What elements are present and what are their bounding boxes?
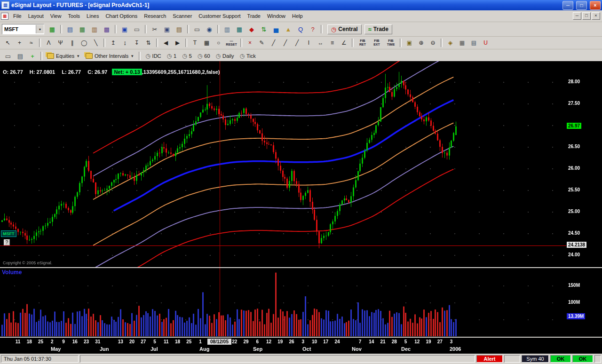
child-close-button[interactable]: × [592, 12, 600, 20]
axis-splitter[interactable] [0, 337, 602, 338]
time-and-sales-icon[interactable]: ▥ [89, 24, 100, 34]
grid-toggle-icon[interactable]: ▦ [201, 38, 212, 48]
group-other-intervals[interactable]: Other Intervals▼ [83, 52, 137, 60]
step-forward-icon[interactable]: ▶ [172, 38, 183, 48]
menu-file[interactable]: File [10, 12, 25, 20]
layout-book-tool-icon[interactable]: ▤ [468, 38, 479, 48]
print-preview-icon[interactable]: ▭ [2, 51, 14, 61]
news-help-icon[interactable]: ? [307, 24, 318, 34]
pitchfork-tool-icon[interactable]: Ψ [55, 38, 66, 48]
pencil-tool-icon[interactable]: ✎ [256, 38, 267, 48]
menu-trade[interactable]: Trade [244, 12, 264, 20]
interval-tick[interactable]: ◷Tick [237, 52, 258, 60]
compress-tool-icon[interactable]: ⇅ [143, 38, 154, 48]
center-range-tool-icon[interactable]: ↨ [119, 38, 130, 48]
menu-tools[interactable]: Tools [64, 12, 83, 20]
add-symbol-icon[interactable]: + [27, 51, 38, 61]
expand-up-tool-icon[interactable]: ↥ [108, 38, 119, 48]
symbol-go-button[interactable]: ▦ [47, 24, 58, 34]
underline-tool-icon[interactable]: U [480, 38, 491, 48]
copy-icon[interactable]: ▣ [161, 24, 173, 34]
interval-daily[interactable]: ◷Daily [213, 52, 237, 60]
alert-indicator[interactable]: Alert [476, 355, 503, 363]
mosaic-tool-icon[interactable]: ▦ [457, 38, 467, 48]
line-medium-tool-icon[interactable]: ╱ [280, 38, 291, 48]
zigzag-tool-icon[interactable]: Λ [43, 38, 54, 48]
status-message-area [80, 355, 475, 363]
child-restore-button[interactable]: □ [582, 12, 591, 20]
duplicate-tool-icon[interactable]: ▣ [404, 38, 415, 48]
sort-updown-icon[interactable]: ⇅ [258, 24, 269, 34]
regression-tool-icon[interactable]: ╲ [90, 38, 101, 48]
line-thin-tool-icon[interactable]: ╱ [268, 38, 279, 48]
symbol-chip[interactable]: MSFT [1, 230, 16, 237]
chart-canvas[interactable] [0, 61, 602, 354]
central-button[interactable]: ◷ Central [327, 24, 362, 34]
mini-chart-icon[interactable]: ▅ [270, 24, 282, 34]
menu-chart-options[interactable]: Chart Options [102, 12, 141, 20]
menu-view[interactable]: View [47, 12, 65, 20]
cut-icon[interactable]: ✂ [149, 24, 160, 34]
fib-time-button[interactable]: FIBTIME [384, 38, 397, 48]
fib-retracement-button[interactable]: FIBRET [356, 38, 369, 48]
help-chip[interactable]: ? [4, 239, 10, 245]
quote-board-icon[interactable]: ▦ [77, 24, 88, 34]
alarm-bell-icon[interactable]: ▲ [283, 24, 294, 34]
channel-tool-icon[interactable]: ∥ [67, 38, 78, 48]
expand-down-tool-icon[interactable]: ↧ [131, 38, 142, 48]
child-minimize-button[interactable]: ─ [573, 12, 581, 20]
close-button[interactable]: × [590, 1, 601, 10]
menu-help[interactable]: Help [289, 12, 306, 20]
interval-1[interactable]: ◷1 [164, 52, 180, 60]
studies-tool-icon[interactable]: ◈ [445, 38, 456, 48]
maximize-button[interactable]: □ [576, 1, 587, 10]
menu-lines[interactable]: Lines [83, 12, 102, 20]
save-page-icon[interactable]: ▣ [119, 24, 130, 34]
line-dashed-tool-icon[interactable]: ╱ [292, 38, 302, 48]
menu-window[interactable]: Window [264, 12, 289, 20]
menu-customer-support[interactable]: Customer Support [195, 12, 244, 20]
date-month-label: Dec [401, 346, 411, 352]
alert-siren-icon[interactable]: ◆ [246, 24, 257, 34]
zoom-out-icon[interactable]: ⊖ [428, 38, 438, 48]
interval-5[interactable]: ◷5 [179, 52, 195, 60]
print-icon[interactable]: ▭ [191, 24, 203, 34]
horizontal-line-tool-icon[interactable]: ↔ [315, 38, 326, 48]
market-depth-icon[interactable]: ▦ [234, 24, 245, 34]
trade-button[interactable]: ≈ Trade [364, 24, 392, 34]
pane-splitter[interactable] [0, 267, 602, 268]
symbol-combo[interactable]: MSFT ▼ [2, 24, 44, 34]
options-chain-icon[interactable]: ▩ [101, 24, 112, 34]
menu-layout[interactable]: Layout [25, 12, 47, 20]
interval-idc[interactable]: ◷IDC [143, 52, 164, 60]
text-tool-icon[interactable]: T [190, 38, 200, 48]
alert-price-badge[interactable]: 24.2138 [567, 242, 586, 248]
combo-dropdown-icon[interactable]: ▼ [36, 25, 44, 33]
angle-tool-icon[interactable]: ∠ [339, 38, 349, 48]
wave-tool-icon[interactable]: ≈ [26, 38, 37, 48]
paste-icon[interactable]: ▤ [174, 24, 185, 34]
snapshot-icon[interactable]: ◉ [204, 24, 215, 34]
cursor-style-tool-icon[interactable]: I [303, 38, 314, 48]
page-copy-icon[interactable]: ▤ [15, 51, 26, 61]
interval-60[interactable]: ◷60 [195, 52, 213, 60]
cycle-tool-icon[interactable]: ◯ [79, 38, 89, 48]
delete-tool-icon[interactable]: × [245, 38, 255, 48]
menu-research[interactable]: Research [141, 12, 169, 20]
crosshair-tool-icon[interactable]: + [14, 38, 25, 48]
fib-extension-button[interactable]: FIBEXT [370, 38, 383, 48]
ellipse-tool-icon[interactable]: ○ [213, 38, 224, 48]
menu-scanner[interactable]: Scanner [169, 12, 195, 20]
group-equities[interactable]: Equities▼ [44, 52, 83, 60]
reset-button[interactable]: —RESET [225, 38, 238, 48]
new-chart-icon[interactable]: ▤ [64, 24, 76, 34]
parallel-lines-tool-icon[interactable]: ≡ [327, 38, 338, 48]
zoom-in-icon[interactable]: ⊕ [416, 38, 427, 48]
step-back-icon[interactable]: ◀ [160, 38, 171, 48]
news-window-icon[interactable]: ▥ [222, 24, 233, 34]
date-tick-label: 19 [276, 339, 285, 344]
minimize-button[interactable]: ─ [562, 1, 573, 10]
quote-q-icon[interactable]: Q [295, 24, 306, 34]
print-setup-icon[interactable]: ▭ [131, 24, 143, 34]
pointer-tool-icon[interactable]: ↖ [2, 38, 13, 48]
